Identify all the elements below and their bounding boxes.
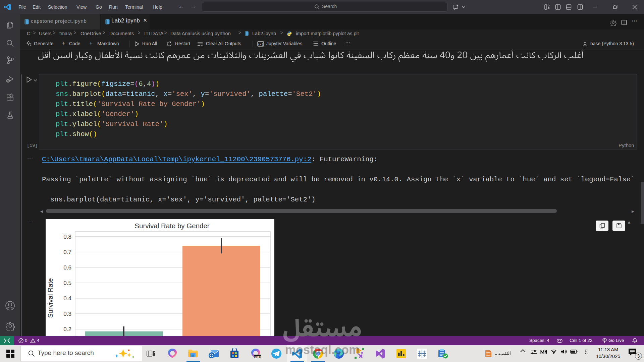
svg-text:0.2: 0.2 [63, 326, 71, 333]
svg-text:0.3: 0.3 [63, 311, 71, 317]
svg-text:Survival Rate: Survival Rate [47, 278, 54, 318]
svg-text:0.6: 0.6 [63, 264, 71, 271]
svg-text:(x): (x) [258, 43, 263, 46]
svg-text:0.7: 0.7 [63, 249, 71, 255]
svg-text:0.5: 0.5 [63, 280, 71, 286]
svg-text:0.8: 0.8 [63, 234, 71, 240]
svg-text:Survival Rate by Gender: Survival Rate by Gender [135, 222, 210, 230]
svg-text:M365: M365 [255, 355, 261, 358]
svg-text:0.4: 0.4 [63, 295, 71, 302]
